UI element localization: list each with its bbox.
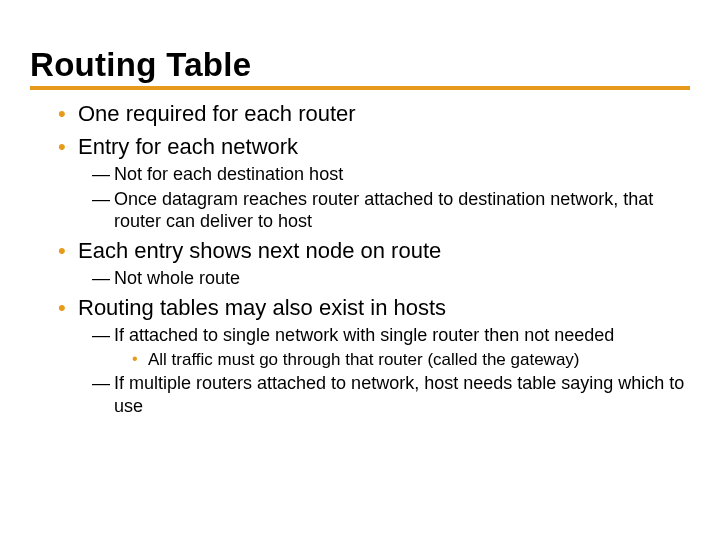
sub-sub-bullet-list: All traffic must go through that router … — [114, 349, 690, 370]
sub-bullet-item: Not for each destination host — [92, 163, 690, 186]
bullet-text: Each entry shows next node on route — [78, 238, 441, 263]
bullet-list: One required for each router Entry for e… — [30, 100, 690, 417]
bullet-item: Routing tables may also exist in hosts I… — [58, 294, 690, 417]
sub-bullet-item: Not whole route — [92, 267, 690, 290]
title-underline — [30, 86, 690, 90]
bullet-item: Entry for each network Not for each dest… — [58, 133, 690, 233]
sub-sub-bullet-text: All traffic must go through that router … — [148, 350, 580, 369]
bullet-item: One required for each router — [58, 100, 690, 129]
sub-bullet-item: Once datagram reaches router attached to… — [92, 188, 690, 233]
sub-bullet-text: Not whole route — [114, 268, 240, 288]
bullet-text: One required for each router — [78, 101, 356, 126]
sub-bullet-list: If attached to single network with singl… — [78, 324, 690, 417]
bullet-item: Each entry shows next node on route Not … — [58, 237, 690, 290]
sub-bullet-list: Not for each destination host Once datag… — [78, 163, 690, 233]
sub-bullet-text: Once datagram reaches router attached to… — [114, 189, 653, 232]
sub-sub-bullet-item: All traffic must go through that router … — [132, 349, 690, 370]
bullet-text: Routing tables may also exist in hosts — [78, 295, 446, 320]
sub-bullet-item: If multiple routers attached to network,… — [92, 372, 690, 417]
sub-bullet-item: If attached to single network with singl… — [92, 324, 690, 370]
sub-bullet-text: If multiple routers attached to network,… — [114, 373, 684, 416]
sub-bullet-text: If attached to single network with singl… — [114, 325, 614, 345]
sub-bullet-text: Not for each destination host — [114, 164, 343, 184]
sub-bullet-list: Not whole route — [78, 267, 690, 290]
slide-title: Routing Table — [30, 46, 690, 84]
slide: Routing Table One required for each rout… — [0, 0, 720, 540]
bullet-text: Entry for each network — [78, 134, 298, 159]
